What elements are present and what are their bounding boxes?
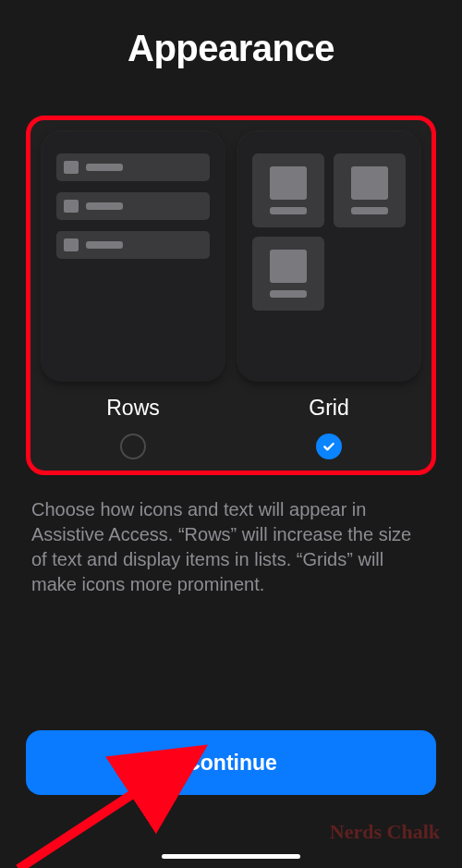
option-grid-radio[interactable] (316, 434, 342, 459)
option-grid-label: Grid (309, 396, 348, 421)
rows-preview-item (56, 192, 210, 220)
option-grid[interactable]: Grid (237, 131, 420, 459)
option-rows[interactable]: Rows (42, 131, 225, 459)
appearance-description: Choose how icons and text will appear in… (31, 497, 431, 597)
grid-preview-item (252, 153, 324, 227)
option-rows-radio[interactable] (120, 434, 146, 459)
rows-preview-item (56, 153, 210, 181)
options-row: Rows Grid (42, 131, 420, 459)
grid-preview-item (252, 237, 324, 311)
checkmark-icon (322, 439, 336, 454)
watermark-text: Nerds Chalk (330, 820, 440, 844)
grid-preview (237, 131, 420, 381)
appearance-selection-panel: Rows Grid (26, 116, 436, 475)
page-title: Appearance (0, 0, 462, 69)
option-rows-label: Rows (106, 396, 160, 421)
continue-button[interactable]: Continue (26, 730, 436, 795)
rows-preview-item (56, 231, 210, 259)
home-indicator[interactable] (162, 854, 300, 859)
grid-preview-item (334, 153, 406, 227)
fade-overlay (0, 670, 462, 716)
rows-preview (42, 131, 225, 381)
